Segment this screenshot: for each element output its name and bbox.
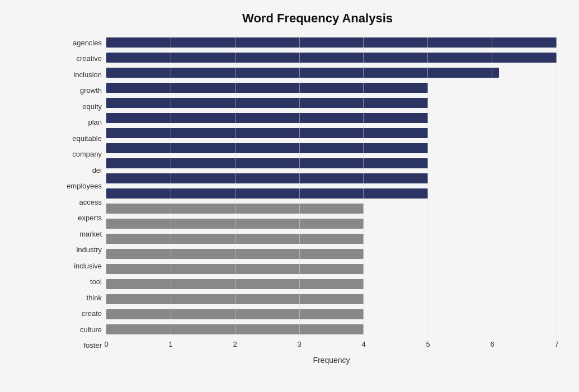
bar-row [106,263,557,275]
bar-row [106,67,557,78]
bar [106,158,428,168]
y-label: dei [56,167,102,174]
bars-area: 01234567 [106,35,557,353]
y-label: foster [56,342,102,349]
y-label: equity [56,103,102,110]
bar-row [106,233,557,244]
bar [106,249,364,259]
x-tick: 1 [168,340,172,348]
y-label: culture [56,326,102,333]
y-label: creative [56,55,102,62]
bar [106,264,364,274]
bar [106,204,364,214]
bar [106,219,364,229]
y-label: equitable [56,135,102,142]
y-label: market [56,230,102,238]
x-axis-label: Frequency [56,356,557,365]
y-label: inclusive [56,262,102,270]
x-tick: 0 [104,340,108,348]
x-tick: 2 [233,340,237,348]
bar [106,68,499,78]
y-label: industry [56,246,102,253]
y-label: employees [56,182,102,190]
bar [106,83,428,93]
y-label: agencies [56,39,102,46]
x-axis: 01234567 [106,337,557,353]
bar [106,309,364,319]
bar-row [106,294,557,305]
bar [106,37,557,48]
bar-row [106,158,557,169]
bar [106,113,428,123]
bar-row [106,248,557,259]
bar-row [106,218,557,229]
bar [106,234,364,244]
bar [106,173,428,183]
bar-row [106,97,557,108]
bar-row [106,278,557,290]
bar-row [106,143,557,154]
x-tick: 4 [361,340,365,348]
bar-row [106,324,557,335]
bar [106,188,428,199]
bar [106,294,364,304]
y-label: tool [56,278,102,285]
y-label: inclusion [56,71,102,78]
y-label: think [56,294,102,301]
y-axis-labels: agenciescreativeinclusiongrowthequitypla… [56,35,106,353]
bar-row [106,309,557,320]
bar-row [106,112,557,124]
chart-title: Word Frequency Analysis [56,11,557,26]
bar-row [106,173,557,184]
bar-row [106,203,557,214]
y-label: create [56,310,102,317]
bar-row [106,188,557,199]
y-label: company [56,150,102,158]
bars-wrapper [106,35,557,337]
y-label: experts [56,214,102,221]
x-tick: 6 [490,340,494,348]
bar [106,279,364,289]
y-label: growth [56,87,102,94]
y-label: access [56,199,102,206]
x-tick: 3 [297,340,301,348]
x-tick: 7 [554,340,558,348]
bar [106,324,364,334]
y-label: plan [56,119,102,126]
bar-row [106,52,557,63]
bar-row [106,127,557,139]
chart-container: Word Frequency Analysis agenciescreative… [0,0,579,392]
bar [106,53,557,63]
bar-row [106,37,557,48]
x-tick: 5 [426,340,430,348]
bar [106,143,428,153]
bar [106,98,428,108]
bar-row [106,82,557,93]
bar [106,128,428,138]
